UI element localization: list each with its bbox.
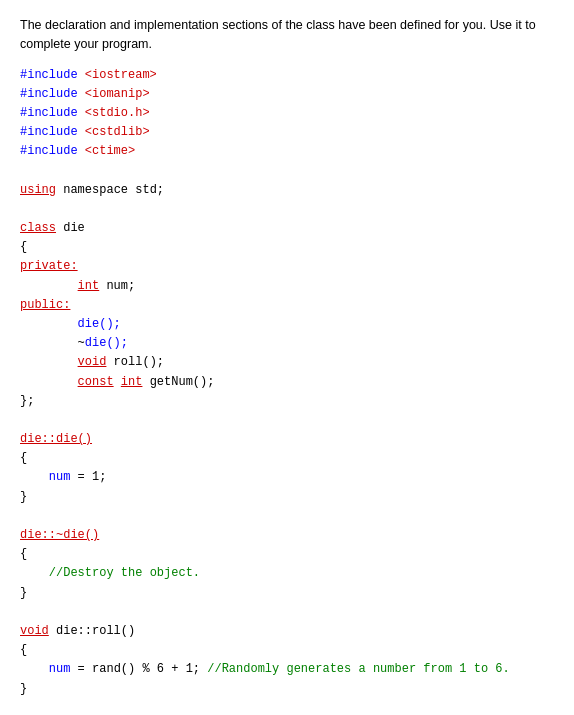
code-die-impl-constructor: die::die() xyxy=(20,432,92,446)
intro-text: The declaration and implementation secti… xyxy=(20,16,554,54)
code-void-roll: void xyxy=(78,355,107,369)
code-void-roll-impl: void xyxy=(20,624,49,638)
code-using: using xyxy=(20,183,56,197)
code-class: class xyxy=(20,221,56,235)
code-die-constructor: die(); xyxy=(78,317,121,331)
code-num-assign: num xyxy=(49,470,71,484)
code-include-5: #include xyxy=(20,144,78,158)
code-comment-destroy: //Destroy the object. xyxy=(49,566,200,580)
code-die-destructor: die(); xyxy=(85,336,128,350)
code-private: private: xyxy=(20,259,78,273)
code-die-impl-destructor: die::~die() xyxy=(20,528,99,542)
code-int-1: int xyxy=(78,279,100,293)
code-comment-rand: //Randomly generates a number from 1 to … xyxy=(207,662,509,676)
code-include-4: #include xyxy=(20,125,78,139)
code-include-1: #include xyxy=(20,68,78,82)
code-include-2: #include xyxy=(20,87,78,101)
code-public: public: xyxy=(20,298,70,312)
code-const-1: const xyxy=(78,375,114,389)
code-include-3: #include xyxy=(20,106,78,120)
code-block: #include <iostream> #include <iomanip> #… xyxy=(20,66,554,716)
